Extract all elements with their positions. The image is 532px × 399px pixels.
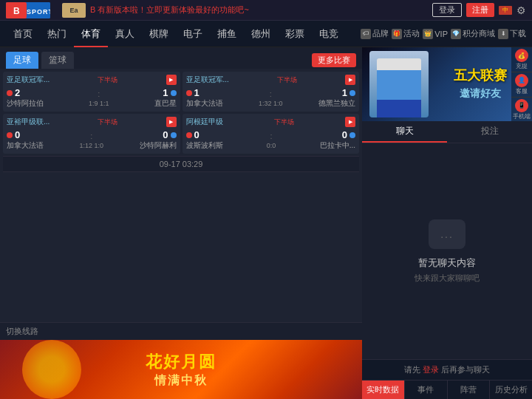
half-score-2: 1:32 1:0 (259, 100, 283, 107)
team-away-2: 1 德黑兰独立 (318, 87, 355, 109)
nav-chess[interactable]: 棋牌 (142, 21, 176, 47)
team-score-away-4: 0 (342, 129, 347, 140)
team-dot-away-3 (171, 132, 177, 138)
settings-icon[interactable]: ⚙ (516, 4, 526, 16)
mobile-label: 手机端 (513, 114, 531, 120)
side-icon-service[interactable]: 👤 客服 (511, 72, 532, 98)
side-icon-recharge[interactable]: 💰 充提 (511, 47, 532, 72)
team-dot-4 (186, 132, 192, 138)
nav-home[interactable]: 首页 (6, 21, 40, 47)
team-dot-2 (186, 90, 192, 96)
score-sep-1: : (98, 89, 100, 98)
nav-lottery[interactable]: 彩票 (278, 21, 312, 47)
svg-text:SPORTS: SPORTS (27, 8, 50, 16)
download-label: 下载 (510, 28, 526, 39)
nav-esports[interactable]: 电竞 (312, 21, 346, 47)
team-score-home-2: 1 (194, 87, 200, 98)
login-button[interactable]: 登录 (432, 3, 462, 17)
score-sep-3: : (90, 132, 92, 140)
nav-download[interactable]: ⬇ 下载 (498, 28, 526, 39)
side-icon-mobile[interactable]: 📱 手机端 (511, 98, 532, 121)
points-label: 积分商域 (463, 28, 495, 39)
nav-electronic[interactable]: 电子 (176, 21, 210, 47)
team-name-away-1: 直巴星 (154, 98, 177, 109)
team-home-4: 0 波斯波利斯 (186, 129, 223, 151)
team-score-home-4: 0 (194, 129, 200, 140)
chat-empty-icon (429, 219, 466, 249)
team-name-away-3: 沙特阿赫利 (140, 140, 177, 151)
nav-points[interactable]: 💎 积分商域 (451, 28, 495, 39)
bottom-tabs: 实时数据 事件 阵营 历史分析 (362, 380, 532, 399)
team-away-3: 0 沙特阿赫利 (140, 129, 177, 151)
banner-avatar: Ea (62, 3, 86, 18)
match-status-3: 下半场 (98, 117, 117, 127)
team-home-3: 0 加拿大法语 (7, 129, 44, 151)
team-away-1: 1 直巴星 (154, 87, 177, 109)
match-card-2: 亚足联冠军... 下半场 ▶ 1 加拿大法语 : (183, 72, 360, 112)
brand-icon: 🏷 (361, 29, 371, 39)
banner-line2: 情满中秋 (146, 373, 216, 389)
more-matches-button[interactable]: 更多比赛 (312, 53, 356, 67)
tab-basketball[interactable]: 篮球 (41, 52, 74, 69)
play-btn-2[interactable]: ▶ (345, 75, 355, 85)
match-mid-3: : 1:12 1:0 (79, 132, 103, 149)
banner-moon-decoration (22, 340, 81, 399)
nav-brand[interactable]: 🏷 品牌 (361, 28, 389, 39)
brand-label: 品牌 (372, 28, 389, 39)
score-sep-2: : (270, 89, 272, 98)
nav-vip[interactable]: 👑 VIP (423, 29, 448, 39)
svg-text:B: B (13, 6, 21, 16)
right-panel: 五大联赛 邀请好友 💰 充提 👤 客服 📱 手机端 🎪 会员招 (362, 47, 532, 399)
team-score-away-1: 1 (163, 87, 168, 98)
logo-icon: B SPORTS (6, 2, 50, 18)
team-away-4: 0 巴拉卡中... (320, 129, 355, 151)
banner-text: B 有新版本啦！立即更新体验最好的功能吧~ (90, 4, 249, 16)
team-name-home-4: 波斯波利斯 (186, 140, 223, 151)
top-bar: B SPORTS Ea B 有新版本啦！立即更新体验最好的功能吧~ 登录 注册 … (0, 0, 532, 21)
left-panel: 足球 篮球 更多比赛 亚足联冠军... 下半场 ▶ (0, 47, 362, 399)
tab-lineup[interactable]: 阵营 (448, 381, 491, 399)
service-label: 客服 (516, 89, 528, 95)
recharge-label: 充提 (516, 64, 528, 70)
nav-hot[interactable]: 热门 (40, 21, 74, 47)
banner-text-content: 花好月圆 情满中秋 (146, 351, 216, 389)
half-score-3: 1:12 1:0 (79, 142, 103, 149)
team-dot-away-4 (349, 132, 355, 138)
time-bar: 09-17 03:29 (3, 156, 359, 172)
player-figure (377, 58, 421, 117)
side-icons: 💰 充提 👤 客服 📱 手机端 🎪 会员招募 > (511, 47, 532, 121)
chat-bet-tabs: 聊天 投注 (362, 121, 532, 143)
team-name-away-4: 巴拉卡中... (320, 140, 355, 151)
nav-fishing[interactable]: 捕鱼 (210, 21, 244, 47)
team-score-away-2: 1 (342, 87, 347, 98)
match-mid-2: : 1:32 1:0 (259, 89, 283, 107)
team-home-1: 2 沙特阿拉伯 (7, 87, 44, 109)
nav-sports[interactable]: 体育 (74, 21, 108, 47)
language-flag[interactable]: 中 (499, 6, 512, 15)
tab-history[interactable]: 历史分析 (490, 381, 532, 399)
tab-bet[interactable]: 投注 (447, 121, 532, 143)
team-dot-away-1 (171, 90, 177, 96)
login-hint: 请先 登录 后再参与聊天 (362, 359, 532, 380)
sport-tabs: 足球 篮球 更多比赛 (0, 47, 362, 69)
login-link[interactable]: 登录 (423, 365, 439, 374)
recharge-icon: 💰 (515, 49, 528, 62)
match-row-2: 亚裕甲级联... 下半场 ▶ 0 加拿大法语 : (3, 114, 359, 154)
play-btn-1[interactable]: ▶ (166, 75, 177, 85)
team-score-away-3: 0 (163, 129, 168, 140)
register-button[interactable]: 注册 (466, 3, 494, 17)
match-card-4: 阿根廷甲级 下半场 ▶ 0 波斯波利斯 : (183, 114, 360, 154)
nav-texas[interactable]: 德州 (244, 21, 278, 47)
play-btn-3[interactable]: ▶ (166, 117, 177, 127)
tab-football[interactable]: 足球 (6, 52, 38, 69)
tab-realtime[interactable]: 实时数据 (362, 381, 405, 399)
team-dot-3 (7, 132, 13, 138)
play-btn-4[interactable]: ▶ (345, 117, 355, 127)
nav-live[interactable]: 真人 (108, 21, 142, 47)
match-card-3: 亚裕甲级联... 下半场 ▶ 0 加拿大法语 : (3, 114, 180, 154)
tab-chat[interactable]: 聊天 (362, 121, 447, 143)
main-content: 足球 篮球 更多比赛 亚足联冠军... 下半场 ▶ (0, 47, 532, 399)
cut-line-bar[interactable]: 切换线路 (0, 322, 362, 340)
nav-activity[interactable]: 🎁 活动 (392, 28, 420, 39)
tab-events[interactable]: 事件 (405, 381, 448, 399)
